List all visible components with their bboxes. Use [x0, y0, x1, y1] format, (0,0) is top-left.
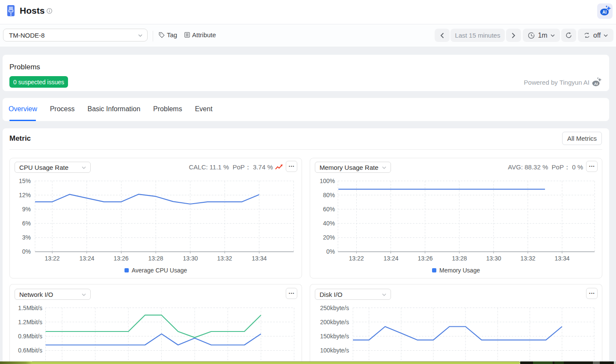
svg-text:12%: 12%	[19, 192, 31, 198]
svg-text:0.9Mbit/s: 0.9Mbit/s	[18, 333, 42, 340]
svg-text:1.5Mbit/s: 1.5Mbit/s	[18, 305, 42, 311]
svg-text:15%: 15%	[19, 178, 31, 184]
svg-text:13:24: 13:24	[79, 255, 94, 262]
svg-text:0.6Mbit/s: 0.6Mbit/s	[18, 347, 42, 354]
svg-text:250kbyte/s: 250kbyte/s	[320, 305, 349, 311]
svg-text:6%: 6%	[22, 220, 31, 227]
svg-text:80%: 80%	[323, 192, 335, 198]
svg-text:13:24: 13:24	[383, 255, 398, 262]
svg-text:13:32: 13:32	[217, 255, 232, 262]
svg-text:13:34: 13:34	[252, 255, 267, 262]
svg-text:9%: 9%	[22, 206, 31, 213]
svg-text:100%: 100%	[320, 178, 335, 184]
svg-text:20%: 20%	[323, 234, 335, 241]
svg-text:13:30: 13:30	[183, 255, 198, 262]
svg-text:1.2Mbit/s: 1.2Mbit/s	[18, 319, 42, 326]
svg-text:3%: 3%	[22, 234, 31, 241]
svg-text:0%: 0%	[326, 248, 335, 255]
svg-text:0%: 0%	[22, 248, 31, 255]
svg-text:200kbyte/s: 200kbyte/s	[320, 319, 349, 326]
svg-text:13:34: 13:34	[554, 255, 569, 262]
svg-text:13:26: 13:26	[418, 255, 432, 262]
svg-text:13:22: 13:22	[44, 255, 59, 262]
svg-text:AI: AI	[594, 82, 598, 86]
svg-text:13:30: 13:30	[486, 255, 501, 262]
svg-text:40%: 40%	[323, 220, 335, 227]
svg-text:100kbyte/s: 100kbyte/s	[320, 347, 349, 354]
svg-text:AI: AI	[602, 10, 607, 15]
svg-text:60%: 60%	[323, 206, 335, 213]
svg-text:13:32: 13:32	[520, 255, 535, 262]
svg-text:13:28: 13:28	[148, 255, 163, 262]
svg-text:13:22: 13:22	[349, 255, 364, 262]
svg-text:13:26: 13:26	[113, 255, 128, 262]
svg-text:13:28: 13:28	[452, 255, 467, 262]
svg-text:150kbyte/s: 150kbyte/s	[320, 333, 349, 340]
